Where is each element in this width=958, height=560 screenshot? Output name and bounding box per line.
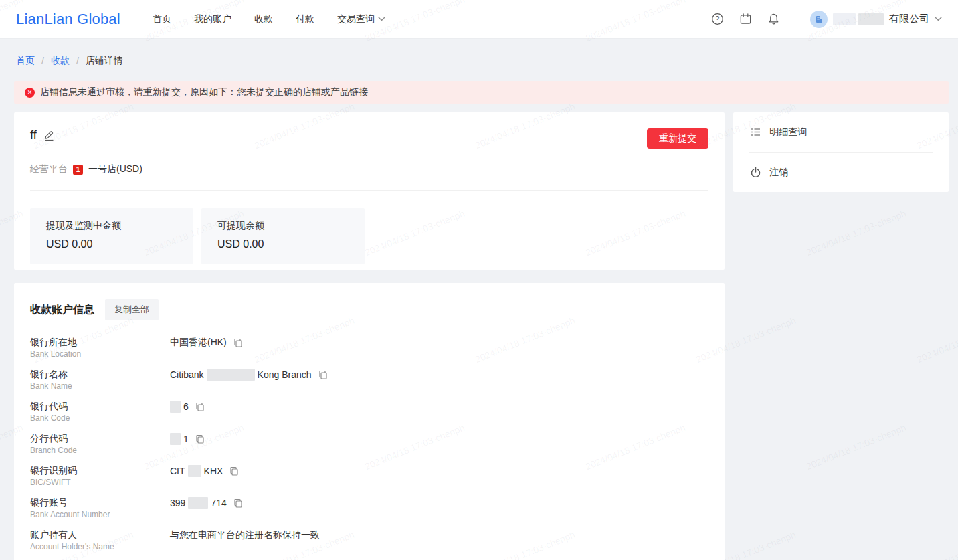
field-label: 账户持有人 [30, 529, 170, 541]
field-label: 银行所在地 [30, 337, 170, 348]
copy-icon[interactable] [195, 434, 205, 444]
balance-card-withdrawable: 可提现余额 USD 0.00 [201, 208, 365, 264]
balance-value: USD 0.00 [46, 238, 177, 250]
nav-item-receive[interactable]: 收款 [254, 13, 273, 25]
sidebar-item-label: 注销 [769, 167, 788, 179]
nav-item-my-account[interactable]: 我的账户 [194, 13, 231, 25]
redacted-text [170, 433, 181, 445]
bell-icon[interactable] [767, 13, 780, 26]
field-value-text: 714 [211, 498, 226, 509]
field-label: 银行代码 [30, 401, 170, 412]
field-value-text: 与您在电商平台的注册名称保持一致 [170, 529, 320, 541]
nav-item-label: 收款 [254, 13, 273, 25]
nav-item-pay[interactable]: 付款 [296, 13, 314, 25]
nav-item-label: 付款 [296, 13, 314, 25]
sidebar-item-label: 明细查询 [769, 126, 807, 138]
divider [795, 14, 795, 25]
nav-item-transaction-query[interactable]: 交易查询 [337, 13, 385, 25]
field-value-text: 6 [183, 401, 189, 413]
list-icon [749, 126, 761, 138]
field-label: 分行代码 [30, 433, 170, 444]
section-title: 收款账户信息 [30, 303, 94, 317]
balance-label: 可提现余额 [217, 220, 349, 232]
field-label: 银行名称 [30, 369, 170, 380]
table-row: 银行代码 Bank Code 6 [30, 401, 708, 433]
table-row: 银行所在地 Bank Location 中国香港(HK) [30, 337, 708, 369]
breadcrumb-home[interactable]: 首页 [16, 55, 35, 67]
breadcrumb: 首页 / 收款 / 店铺详情 [0, 39, 958, 67]
copy-icon[interactable] [233, 498, 243, 508]
copy-icon[interactable] [233, 338, 243, 347]
company-avatar [810, 11, 828, 28]
redacted-text [188, 465, 201, 477]
breadcrumb-separator: / [41, 56, 44, 66]
field-value: 1 [170, 433, 205, 445]
field-value: 6 [170, 401, 205, 413]
field-sublabel: Bank Code [30, 413, 170, 423]
calendar-icon[interactable] [739, 13, 752, 26]
table-row: 银行名称 Bank Name CitibankKong Branch [30, 369, 708, 401]
nav-item-home[interactable]: 首页 [153, 13, 171, 25]
redacted-text [188, 497, 208, 509]
breadcrumb-separator: / [76, 56, 79, 66]
redacted-text [207, 369, 255, 381]
top-navigation-bar: LianLian Global 首页 我的账户 收款 付款 交易查询 ? [0, 0, 958, 39]
receiving-account-card: 收款账户信息 复制全部 银行所在地 Bank Location 中国香港(HK)… [14, 283, 725, 560]
shop-info-card: ff 重新提交 经营平台 1 一号店(USD) 提现及监测中金额 USD 0.0… [14, 112, 725, 270]
copy-icon[interactable] [195, 402, 205, 411]
shop-name: ff [30, 128, 37, 143]
copy-all-button[interactable]: 复制全部 [105, 299, 159, 320]
balance-label: 提现及监测中金额 [46, 220, 177, 232]
field-value-text: 中国香港(HK) [170, 337, 227, 348]
redacted-text [858, 13, 884, 25]
nav-item-label: 我的账户 [194, 13, 231, 25]
field-label: 银行账号 [30, 497, 170, 508]
balance-value: USD 0.00 [217, 238, 349, 250]
field-sublabel: Account Holder's Name [30, 542, 170, 551]
field-sublabel: Bank Name [30, 381, 170, 391]
resubmit-button[interactable]: 重新提交 [647, 128, 708, 149]
field-value-text: Kong Branch [258, 369, 312, 381]
alert-message: 店铺信息未通过审核，请重新提交，原因如下：您未提交正确的店铺或产品链接 [40, 86, 368, 98]
field-sublabel: Branch Code [30, 446, 170, 455]
copy-icon[interactable] [318, 370, 328, 379]
breadcrumb-receive[interactable]: 收款 [51, 55, 70, 67]
copy-icon[interactable] [229, 466, 239, 476]
lianlian-global-logo: LianLian Global [16, 11, 120, 28]
main-nav: 首页 我的账户 收款 付款 交易查询 [153, 13, 385, 25]
platform-value: 一号店(USD) [88, 163, 142, 175]
edit-icon[interactable] [43, 130, 55, 141]
field-value-text: CIT [170, 466, 185, 477]
table-row: 银行账号 Bank Account Number 399714 [30, 497, 708, 529]
redacted-text [833, 13, 856, 25]
sidebar-item-detail-query[interactable]: 明细查询 [749, 112, 933, 152]
field-value-text: Citibank [170, 369, 204, 381]
breadcrumb-current: 店铺详情 [86, 55, 123, 67]
field-value: 与您在电商平台的注册名称保持一致 [170, 529, 320, 541]
redacted-text [170, 401, 181, 413]
company-name: 有限公司 [889, 13, 929, 25]
platform-label: 经营平台 [30, 163, 68, 175]
table-row: 分行代码 Branch Code 1 [30, 433, 708, 465]
nav-item-label: 交易查询 [337, 13, 375, 25]
field-sublabel: BIC/SWIFT [30, 478, 170, 487]
error-icon: ✕ [25, 88, 35, 98]
topbar-right: ? 有限公司 [710, 11, 942, 28]
nav-item-label: 首页 [153, 13, 171, 25]
sidebar-item-logout[interactable]: 注销 [749, 153, 933, 192]
side-actions-card: 明细查询 注销 [733, 112, 949, 192]
field-sublabel: Bank Account Number [30, 510, 170, 519]
error-alert-banner: ✕ 店铺信息未通过审核，请重新提交，原因如下：您未提交正确的店铺或产品链接 [14, 81, 949, 104]
table-row: 银行识别码 BIC/SWIFT CITKHX [30, 465, 708, 497]
account-detail-rows: 银行所在地 Bank Location 中国香港(HK) 银行名称 Bank N… [30, 337, 708, 560]
field-value: CITKHX [170, 465, 239, 477]
field-value-text: KHX [204, 466, 223, 477]
account-menu[interactable]: 有限公司 [810, 11, 942, 28]
field-value: 399714 [170, 497, 243, 509]
chevron-down-icon [935, 17, 942, 21]
yihaodian-platform-icon: 1 [73, 165, 83, 175]
divider [30, 190, 708, 191]
field-value: CitibankKong Branch [170, 369, 328, 381]
balance-card-pending: 提现及监测中金额 USD 0.00 [30, 208, 193, 264]
help-icon[interactable]: ? [710, 13, 724, 26]
